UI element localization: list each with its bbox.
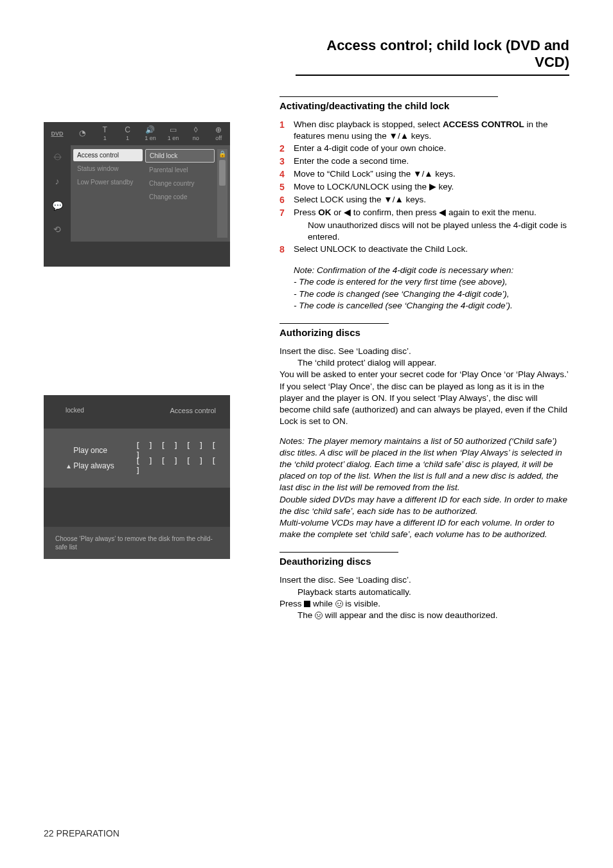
note-lead: Note: Confirmation of the 4-digit code i… (294, 265, 569, 276)
ac-row1-label: Play always (73, 461, 135, 470)
step-6-text: Select LOCK using the ▼/▲ keys. (294, 194, 569, 206)
top-icon-3: 🔊1 en (139, 122, 161, 145)
dvd-col1-item-0: Access control (73, 149, 143, 161)
auth-notes3: Multi-volume VCDs may have a different I… (280, 517, 569, 540)
dvd-col2: Child lock Parental level Change country… (145, 149, 215, 238)
deauth-l3: Press while is visible. (280, 598, 569, 610)
top-icon-5: ◊no (184, 122, 207, 145)
ac-footer: Choose ‘Play always’ to remove the disk … (44, 527, 230, 559)
dvd-col2-item-3: Change code (145, 191, 215, 203)
ac-row0-label: Play once (73, 446, 135, 455)
dvd-main: ⦵ ♪ 💬 ⟲ Access control Status window Low… (44, 145, 230, 242)
note-line-0: - The code is entered for the very first… (294, 276, 569, 288)
step-6: 6Select LOCK using the ▼/▲ keys. (280, 194, 569, 206)
step-3-text: Enter the code a second time. (294, 155, 569, 168)
ac-row1-slots: [ ] [ ] [ ] [ ] (136, 456, 218, 475)
step-8-num: 8 (280, 244, 294, 256)
rule-deauth (280, 552, 398, 553)
deauth-l2: Playback starts automatically. (280, 587, 569, 598)
left-icon-1: ♪ (44, 170, 71, 194)
step-6-num: 6 (280, 194, 294, 206)
deauth-l4: The will appear and the disc is now deau… (280, 610, 569, 621)
step-1-text: When disc playback is stopped, select AC… (294, 119, 569, 142)
top-icon-2: C1 (116, 122, 139, 145)
stop-icon (304, 601, 310, 607)
dvd-col2-item-2: Change country (145, 177, 215, 190)
unsafe-icon (315, 612, 323, 619)
right-column: Activating/deactivating the child lock 1… (280, 96, 569, 629)
top-icon-6: ⊕off (208, 122, 230, 145)
heading-deauth: Deauthorizing discs (280, 556, 569, 567)
auth-p1b: The ‘child protect’ dialog will appear. (280, 357, 569, 369)
page-number: 22 (44, 828, 54, 838)
safe-icon (335, 600, 343, 608)
ac-title: Access control (170, 407, 216, 414)
top-icon-1: T1 (93, 122, 116, 145)
dvd-col1: Access control Status window Low Power s… (73, 149, 143, 238)
step-5-num: 5 (280, 181, 294, 193)
dvd-scrollbar: 🔒 (217, 149, 227, 238)
activate-note: Note: Confirmation of the 4-digit code i… (280, 265, 569, 312)
step-2: 2Enter a 4-digit code of your own choice… (280, 143, 569, 155)
top-icon-4: ▭1 en (162, 122, 184, 145)
footer: 22 PREPARATION (44, 828, 120, 838)
ac-row1-arrow: ▲ (66, 463, 73, 470)
scrollbar-thumb (219, 160, 226, 186)
page-title-bar: Access control; child lock (DVD and VCD) (296, 37, 569, 76)
step-7-text: Press OK or ◀ to confirm, then press ◀ a… (294, 207, 569, 219)
lock-icon: 🔒 (218, 150, 226, 157)
dvd-logo-cell: DVD (44, 122, 71, 145)
step-5: 5Move to LOCK/UNLOCK using the ▶ key. (280, 181, 569, 193)
dvd-col2-item-0: Child lock (145, 149, 215, 163)
step-4-num: 4 (280, 168, 294, 181)
note-line-1: - The code is changed (see ‘Changing the… (294, 288, 569, 300)
dvd-top-icons: ◔ T1 C1 🔊1 en ▭1 en ◊no ⊕off (71, 122, 230, 145)
step-5-text: Move to LOCK/UNLOCK using the ▶ key. (294, 181, 569, 193)
dvd-settings-screenshot: DVD ◔ T1 C1 🔊1 en ▭1 en ◊no ⊕off ⦵ ♪ 💬 ⟲… (44, 122, 230, 267)
auth-p2: You will be asked to enter your secret c… (280, 369, 569, 427)
left-column: DVD ◔ T1 C1 🔊1 en ▭1 en ◊no ⊕off ⦵ ♪ 💬 ⟲… (44, 122, 249, 559)
dvd-left-icons: ⦵ ♪ 💬 ⟲ (44, 145, 71, 242)
title-rule (296, 75, 569, 76)
steps-activate: 1 When disc playback is stopped, select … (280, 119, 569, 256)
left-icon-3: ⟲ (44, 218, 71, 242)
rule-activate (280, 96, 498, 97)
top-icon-0: ◔ (71, 122, 93, 145)
step-7-num: 7 (280, 207, 294, 219)
step-4-text: Move to “Child Lock” using the ▼/▲ keys. (294, 168, 569, 181)
ac-body: Play once [ ] [ ] [ ] [ ] ▲ Play always … (44, 429, 230, 488)
left-icon-2: 💬 (44, 193, 71, 218)
rule-authorizing (280, 323, 389, 324)
heading-authorizing: Authorizing discs (280, 327, 569, 338)
step-4: 4Move to “Child Lock” using the ▼/▲ keys… (280, 168, 569, 181)
dvd-col1-item-2: Low Power standby (73, 176, 143, 188)
dvd-col1-item-1: Status window (73, 163, 143, 175)
heading-activate: Activating/deactivating the child lock (280, 100, 569, 111)
step-7-sub: Now unauthorized discs will not be playe… (280, 220, 569, 243)
auth-notes2: Double sided DVDs may have a different I… (280, 494, 569, 517)
step-3-num: 3 (280, 155, 294, 168)
step-3: 3Enter the code a second time. (280, 155, 569, 168)
dvd-top-bar: DVD ◔ T1 C1 🔊1 en ▭1 en ◊no ⊕off (44, 122, 230, 145)
step-8-text: Select UNLOCK to deactivate the Child Lo… (294, 244, 569, 256)
note-line-2: - The code is cancelled (see ‘Changing t… (294, 300, 569, 312)
dvd-panel: Access control Status window Low Power s… (71, 145, 230, 242)
left-icon-0: ⦵ (44, 145, 71, 170)
step-7: 7 Press OK or ◀ to confirm, then press ◀… (280, 207, 569, 219)
step-2-text: Enter a 4-digit code of your own choice. (294, 143, 569, 155)
step-8: 8Select UNLOCK to deactivate the Child L… (280, 244, 569, 256)
auth-notes1: Notes: The player memory maintains a lis… (280, 436, 569, 494)
step-1: 1 When disc playback is stopped, select … (280, 119, 569, 142)
step-1-num: 1 (280, 119, 294, 142)
ac-row-1: ▲ Play always [ ] [ ] [ ] [ ] (66, 458, 218, 474)
auth-p1a: Insert the disc. See ‘Loading disc’. (280, 346, 569, 357)
deauth-l1: Insert the disc. See ‘Loading disc’. (280, 574, 569, 586)
access-control-dialog-screenshot: locked Access control Play once [ ] [ ] … (44, 395, 230, 559)
page-title: Access control; child lock (DVD and VCD) (296, 37, 569, 75)
step-2-num: 2 (280, 143, 294, 155)
footer-section-label: PREPARATION (56, 828, 119, 838)
dvd-col2-item-1: Parental level (145, 164, 215, 176)
ac-header: locked Access control (44, 395, 230, 420)
ac-locked-label: locked (66, 407, 84, 414)
